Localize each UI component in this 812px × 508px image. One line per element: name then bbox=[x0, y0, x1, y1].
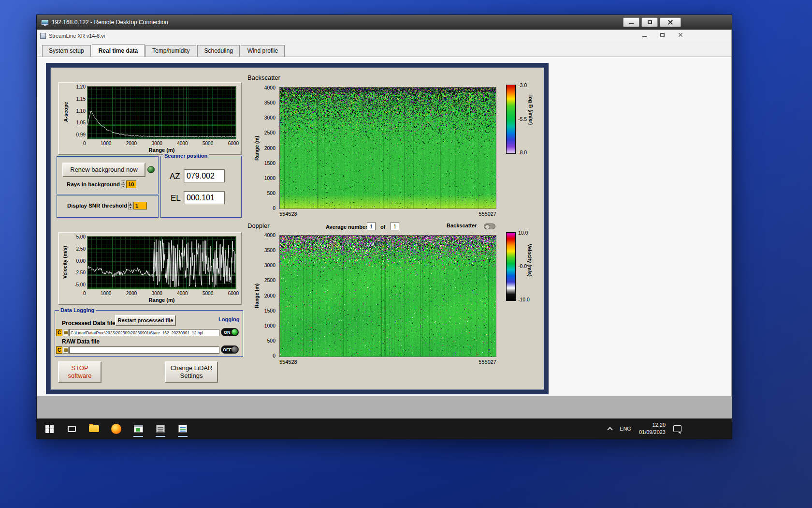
rdp-window: 192.168.0.122 - Remote Desktop Connectio… bbox=[36, 15, 732, 439]
average-of-field[interactable]: 1 bbox=[391, 222, 399, 230]
el-value-field[interactable]: 000.101 bbox=[184, 191, 225, 204]
rdp-maximize-button[interactable] bbox=[641, 17, 658, 27]
display-snr-threshold-field[interactable]: 1 bbox=[133, 202, 147, 209]
app-close-icon[interactable] bbox=[679, 33, 683, 37]
tick-label: 3500 bbox=[264, 247, 276, 253]
tick-label: 5000 bbox=[203, 141, 213, 146]
backscatter-display-toggle[interactable] bbox=[484, 224, 495, 229]
colorbar-tick-label: -3.0 bbox=[518, 82, 527, 88]
increment-icon[interactable] bbox=[121, 180, 125, 184]
colorbar-tick-label: -8.0 bbox=[518, 149, 527, 155]
raw-browse-icon[interactable] bbox=[63, 346, 69, 354]
ascope-xlabel: Range (m) bbox=[87, 147, 236, 153]
background-controls-box: Renew background now Rays in background … bbox=[57, 156, 159, 194]
raw-drive-selector[interactable]: C bbox=[56, 346, 62, 354]
rdp-minimize-button[interactable] bbox=[623, 17, 639, 27]
snr-row: Display SNR threshold 1 bbox=[60, 202, 147, 209]
snr-spinner[interactable] bbox=[128, 202, 132, 209]
doppler-title: Doppler bbox=[247, 222, 270, 229]
text-editor-button[interactable] bbox=[177, 422, 188, 435]
tick-label: 555027 bbox=[478, 359, 496, 365]
backscatter-title: Backscatter bbox=[247, 74, 280, 81]
decrement-icon[interactable] bbox=[121, 184, 125, 188]
hidden-icons-chevron-icon[interactable] bbox=[607, 427, 612, 432]
backscatter-xtick-labels: 554528 555027 bbox=[279, 211, 496, 217]
tick-label: 6000 bbox=[228, 291, 239, 296]
tick-label: 1000 bbox=[264, 323, 276, 329]
toggle-knob-off bbox=[232, 346, 238, 353]
scan-scheduler-button[interactable] bbox=[155, 422, 166, 435]
scanner-position-title: Scanner position bbox=[163, 153, 209, 159]
start-button[interactable] bbox=[44, 422, 55, 435]
velocity-ylabel: Velocity (m/s) bbox=[62, 238, 68, 286]
colorbar-tick-label: 10.0 bbox=[518, 230, 530, 236]
notification-center-icon[interactable] bbox=[673, 425, 682, 432]
increment-icon[interactable] bbox=[128, 202, 132, 206]
task-view-button[interactable] bbox=[66, 422, 77, 435]
raw-logging-toggle[interactable]: OFF bbox=[221, 345, 239, 354]
taskbar-clock[interactable]: 12:20 01/09/2023 bbox=[639, 421, 666, 436]
remote-desktop-background bbox=[37, 396, 732, 418]
firefox-icon bbox=[111, 424, 121, 434]
windows-logo-icon bbox=[45, 425, 54, 433]
velocity-plot-frame: Velocity (m/s) 5.002.500.00-2.50-5.00 01… bbox=[58, 232, 242, 305]
tick-label: 4000 bbox=[264, 232, 276, 238]
restart-processed-file-button[interactable]: Restart processed file bbox=[115, 315, 176, 326]
processed-drive-selector[interactable]: C bbox=[56, 329, 62, 336]
app-titlebar[interactable]: StreamLine XR v14-6.vi bbox=[37, 30, 731, 42]
velocity-xtick-labels: 0100020003000400050006000 bbox=[83, 291, 239, 296]
streamline-app-button[interactable] bbox=[132, 422, 144, 435]
rays-spinner[interactable] bbox=[121, 180, 125, 188]
tick-label: 2.50 bbox=[76, 246, 86, 252]
tab[interactable]: System setup bbox=[42, 45, 91, 57]
ascope-plot[interactable] bbox=[87, 86, 236, 139]
rdp-close-button[interactable] bbox=[660, 17, 681, 27]
renew-background-button[interactable]: Renew background now bbox=[62, 163, 145, 177]
tick-label: 3000 bbox=[152, 141, 162, 146]
average-number-field[interactable]: 1 bbox=[367, 222, 376, 230]
processed-data-file-label: Processed Data file bbox=[62, 320, 116, 327]
logging-label: Logging bbox=[218, 316, 239, 322]
rdp-titlebar[interactable]: 192.168.0.122 - Remote Desktop Connectio… bbox=[37, 15, 732, 30]
data-logging-box: Data Logging Processed Data file Restart… bbox=[55, 310, 243, 357]
doppler-heatmap[interactable] bbox=[279, 235, 496, 357]
file-explorer-button[interactable] bbox=[88, 422, 100, 435]
ascope-canvas bbox=[87, 87, 236, 139]
app-minimize-icon[interactable] bbox=[642, 36, 647, 37]
velocity-ytick-labels: 5.002.500.00-2.50-5.00 bbox=[69, 234, 86, 287]
tick-label: -5.00 bbox=[74, 282, 86, 287]
rays-in-background-field[interactable]: 10 bbox=[126, 180, 136, 188]
stop-software-button[interactable]: STOP software bbox=[58, 361, 102, 383]
processed-path-field[interactable]: C:\Lidar\Data\Proc\2023\202309\20230901\… bbox=[69, 329, 219, 336]
tick-label: 1500 bbox=[264, 308, 276, 314]
tab[interactable]: Temp/humidity bbox=[145, 45, 196, 57]
tick-label: 4000 bbox=[177, 141, 188, 146]
language-indicator[interactable]: ENG bbox=[620, 426, 631, 432]
raw-path-field[interactable] bbox=[69, 346, 219, 354]
tab[interactable]: Real time data bbox=[92, 44, 145, 57]
change-lidar-settings-button[interactable]: Change LiDAR Settings bbox=[165, 361, 218, 383]
tick-label: 1000 bbox=[101, 291, 111, 296]
tick-label: 6000 bbox=[228, 141, 239, 146]
toggle-knob-on bbox=[232, 329, 238, 335]
toggle-off-label: OFF bbox=[223, 347, 232, 352]
firefox-button[interactable] bbox=[110, 422, 122, 435]
tick-label: 5.00 bbox=[76, 234, 86, 239]
remote-desktop-icon bbox=[42, 20, 48, 25]
velocity-plot[interactable] bbox=[87, 236, 236, 289]
tick-label: 1.10 bbox=[76, 108, 86, 114]
processed-logging-toggle[interactable]: ON bbox=[221, 328, 239, 336]
backscatter-ytick-labels: 40003500300025002000150010005000 bbox=[257, 85, 276, 211]
tab[interactable]: Wind profile bbox=[241, 45, 285, 57]
az-value-field[interactable]: 079.002 bbox=[184, 169, 225, 182]
tab[interactable]: Scheduling bbox=[197, 45, 239, 57]
average-number-label: Average number bbox=[326, 224, 367, 230]
desktop-wallpaper: 192.168.0.122 - Remote Desktop Connectio… bbox=[0, 0, 812, 508]
processed-browse-icon[interactable] bbox=[63, 329, 69, 336]
change-settings-line2: Settings bbox=[180, 372, 203, 380]
app-restore-icon[interactable] bbox=[660, 33, 665, 37]
backscatter-heatmap[interactable] bbox=[279, 87, 496, 209]
tick-label: 2000 bbox=[126, 291, 137, 296]
decrement-icon[interactable] bbox=[128, 206, 132, 209]
ascope-ylabel: A-scope bbox=[63, 96, 69, 128]
